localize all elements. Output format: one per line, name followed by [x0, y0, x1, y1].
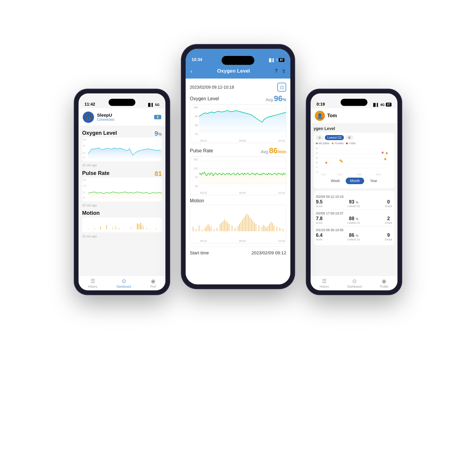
svg-point-96 [341, 161, 342, 162]
nav-dashboard-label: Dashboard [117, 285, 131, 288]
center-dynamic-island [222, 56, 254, 65]
share-icon[interactable]: ⇧ [282, 68, 286, 74]
center-pulse-header: Pulse Rate Avg.86/min [190, 146, 286, 155]
nav-history[interactable]: ☰ History [88, 278, 97, 288]
svg-point-99 [386, 152, 388, 154]
user-avatar: 👤 [315, 111, 325, 121]
svg-text:01/17: 01/17 [321, 173, 326, 176]
filter-lowest-o2[interactable]: Lowest O2 [325, 135, 344, 140]
period-tabs: Week Month Year [316, 178, 392, 184]
right-nav-history[interactable]: ☰ History [320, 278, 329, 288]
lowest-o2-label: Lowest O2 [327, 136, 342, 139]
svg-text:100: 100 [83, 139, 86, 141]
signal-type: 5G [155, 103, 159, 107]
signal-icon: ▐▌▌ [147, 103, 154, 107]
session-3-o2: 86 % Lowest O2 [347, 233, 360, 241]
center-phone: 10:34 ▐▌▌ ⌇ 87 ‹ Oxygen Level ? ⇧ [181, 45, 295, 289]
center-oxygen-header: Oxygen Level Avg.96% [190, 94, 286, 103]
center-content: 2023/02/09 09:12-10:18 ⊡ Oxygen Level Av… [186, 79, 290, 284]
left-motion-section: Motion [82, 210, 162, 238]
pulse-axis-labels: 150 110 70 30 [190, 157, 199, 189]
center-status-icons: ▐▌▌ ⌇ 87 [268, 58, 284, 62]
center-oxygen-avg: Avg.96% [266, 94, 286, 103]
svg-text:150: 150 [83, 179, 86, 181]
wifi-icon: ⌇ [276, 58, 278, 62]
left-oxygen-title: Oxygen Level [82, 130, 117, 136]
right-phone: 0:19 ▐▌▌ 4G 87 👤 Tom ygen Level [306, 89, 402, 295]
profile-icon: ◉ [151, 278, 156, 284]
nav-profile[interactable]: ◉ Prof [150, 278, 156, 288]
right-nav-history-label: History [320, 285, 329, 288]
right-chart-filters: ⊙ Lowest O2 ⚙ [316, 135, 392, 140]
session-3-date: /01/19 09:30-10:56 [316, 228, 392, 232]
dashboard-icon: ⊙ [122, 278, 126, 284]
right-nav-dashboard[interactable]: ⊙ Dashboard [347, 278, 362, 288]
session-1-drops: 0 Drops [385, 199, 392, 208]
device-avatar: 🎧 [83, 112, 94, 123]
left-battery: 🔋 [154, 115, 161, 119]
legend-orange: 70-94% [332, 142, 344, 145]
nav-history-label: History [88, 285, 97, 288]
filter-options[interactable]: ⚙ [346, 135, 353, 140]
center-oxygen-chart: 100 90 80 70 [190, 104, 286, 143]
right-history-icon: ☰ [322, 278, 327, 284]
left-oxygen-section: Oxygen Level 9% 100 [82, 130, 162, 167]
right-profile-icon: ◉ [382, 278, 386, 284]
svg-text:80: 80 [316, 162, 318, 164]
session-2-date: /02/08 17:59-19:37 [316, 212, 392, 215]
svg-text:01/23: 01/23 [338, 173, 342, 176]
right-top-bar: 👤 Tom [311, 108, 397, 123]
center-oxygen-title: Oxygen Level [190, 96, 219, 101]
svg-text:70: 70 [83, 156, 85, 159]
filter-all[interactable]: ⊙ [316, 135, 323, 140]
left-motion-title: Motion [82, 210, 162, 216]
back-button[interactable]: ‹ [190, 68, 192, 74]
session-header: 2023/02/09 09:12-10:18 ⊡ [190, 83, 286, 92]
right-nav-profile[interactable]: ◉ Profile [380, 278, 388, 288]
center-motion-chart: 09:12 09:45 10:18 [190, 205, 286, 243]
right-nav-dashboard-label: Dashboard [347, 285, 362, 288]
start-time-value: 2023/02/09 09:12 [251, 250, 286, 255]
center-header: ‹ Oxygen Level ? ⇧ [186, 64, 290, 79]
help-icon[interactable]: ? [275, 68, 278, 74]
right-section-title: ygen Level [314, 126, 394, 131]
left-o2-time: 16 min ago [82, 164, 162, 167]
tab-year[interactable]: Year [366, 178, 381, 184]
session-row-2[interactable]: /02/08 17:59-19:37 7.8 score 88 % Lowest… [316, 210, 392, 226]
center-oxygen-section: Oxygen Level Avg.96% 100 90 80 70 [190, 94, 286, 143]
left-pulse-title: Pulse Rate [82, 170, 109, 176]
motion-svg-area [190, 205, 286, 237]
svg-text:70: 70 [316, 171, 318, 173]
tab-week[interactable]: Week [327, 178, 344, 184]
svg-text:01/29: 01/29 [357, 173, 361, 176]
left-content: Oxygen Level 9% 100 [79, 126, 165, 275]
center-pulse-avg: Avg.86/min [261, 146, 286, 155]
session-1-score: 9.5 score [316, 199, 322, 208]
left-pulse-chart: 150 110 70 30 [82, 178, 162, 201]
o2-svg-area [199, 105, 286, 137]
legend-red-dot [346, 143, 348, 144]
nav-dashboard[interactable]: ⊙ Dashboard [117, 278, 131, 288]
session-2-metrics: 7.8 score 88 % Lowest O2 2 Drops [316, 216, 392, 224]
left-motion-time: 16 min ago [82, 235, 162, 238]
battery-indicator: 87 [279, 58, 284, 62]
svg-text:85: 85 [316, 157, 318, 159]
session-1-date: /02/09 09:12-10:18 [316, 195, 392, 198]
session-icon[interactable]: ⊡ [277, 83, 286, 92]
right-signal-type: 4G [380, 103, 385, 107]
legend-orange-dot [332, 143, 333, 144]
center-motion-header: Motion [190, 198, 286, 203]
history-icon: ☰ [90, 278, 95, 284]
right-chart-card: ⊙ Lowest O2 ⚙ 95-100% [314, 133, 394, 188]
center-header-title: Oxygen Level [217, 68, 250, 74]
session-row-1[interactable]: /02/09 09:12-10:18 9.5 score 93 % Lowest… [316, 193, 392, 210]
left-pulse-time: 16 min ago [82, 204, 162, 207]
right-content: ygen Level ⊙ Lowest O2 ⚙ [311, 123, 397, 275]
session-row-3[interactable]: /01/19 09:30-10:56 6.4 score 86 % Lowest… [316, 226, 392, 243]
left-dynamic-island [109, 99, 135, 106]
tab-month[interactable]: Month [346, 178, 364, 184]
session-3-drops: 9 Drops [385, 233, 392, 241]
right-dynamic-island [341, 99, 367, 106]
legend-red: <70% [346, 142, 356, 145]
device-name: SleepU [97, 112, 114, 118]
